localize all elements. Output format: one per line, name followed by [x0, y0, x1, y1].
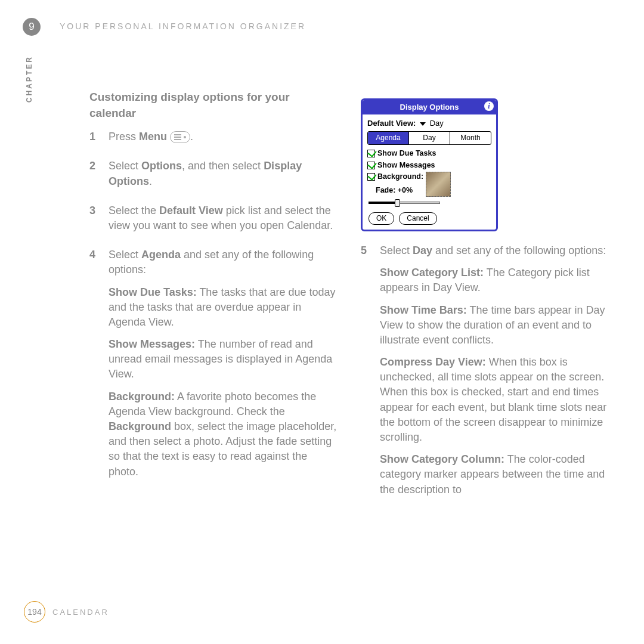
background-row: Background: Fade: +0% — [367, 172, 491, 198]
ok-button[interactable]: OK — [369, 212, 394, 225]
text: . — [190, 131, 193, 143]
cancel-button[interactable]: Cancel — [399, 212, 436, 225]
step-4: 4 Select Agenda and set any of the follo… — [89, 247, 337, 487]
default-view-label: Default View: — [367, 119, 416, 128]
show-category-list-title: Show Category List: — [380, 267, 484, 278]
checkbox-background[interactable]: Background: — [367, 172, 423, 182]
running-header: YOUR PERSONAL INFORMATION ORGANIZER — [60, 21, 306, 31]
checkbox-icon[interactable] — [367, 162, 375, 169]
content-area: Customizing display options for your cal… — [89, 89, 608, 512]
display-options-dialog: Display Options i Default View: Day Agen… — [361, 98, 498, 231]
menu-label: Menu — [139, 131, 167, 143]
info-icon[interactable]: i — [484, 101, 494, 111]
dialog-titlebar: Display Options i — [363, 100, 496, 114]
show-due-tasks-title: Show Due Tasks: — [109, 286, 197, 298]
text: and set any of the following options: — [432, 244, 606, 256]
text: Select — [109, 160, 141, 172]
step-number: 1 — [89, 129, 109, 151]
steps-list-left: 1 Press Menu . 2 Select Options, and the… — [89, 129, 337, 487]
compress-day-view-title: Compress Day View: — [380, 356, 486, 368]
section-heading: Customizing display options for your cal… — [89, 89, 337, 121]
day-options: Show Category List: The Category pick li… — [380, 265, 608, 497]
background-thumbnail[interactable] — [426, 172, 451, 197]
right-column: Display Options i Default View: Day Agen… — [361, 89, 608, 512]
default-view-row: Default View: Day — [367, 118, 491, 129]
dialog-body: Default View: Day Agenda Day Month Show … — [363, 114, 496, 230]
default-view-value[interactable]: Day — [430, 119, 444, 128]
text: Select the — [109, 205, 159, 216]
steps-list-right: 5 Select Day and set any of the followin… — [361, 243, 608, 504]
view-tabs: Agenda Day Month — [367, 131, 491, 145]
chapter-label: CHAPTER — [25, 55, 33, 103]
fade-label: Fade: +0% — [376, 185, 423, 196]
checkbox-label: Show Messages — [377, 160, 435, 171]
checkbox-show-messages[interactable]: Show Messages — [367, 160, 491, 171]
step-number: 4 — [89, 247, 109, 487]
default-view-label: Default View — [159, 205, 223, 216]
page-number-circle: 194 — [24, 601, 45, 623]
dialog-title: Display Options — [400, 102, 459, 113]
text: Select — [109, 249, 141, 261]
chapter-number-badge: 9 — [23, 18, 41, 36]
tab-day[interactable]: Day — [409, 132, 450, 144]
tab-month[interactable]: Month — [450, 132, 491, 144]
checkbox-icon[interactable] — [367, 150, 375, 157]
checkbox-show-due-tasks[interactable]: Show Due Tasks — [367, 148, 491, 159]
step-number: 3 — [89, 203, 109, 240]
step-number: 2 — [89, 159, 109, 196]
day-label: Day — [413, 244, 432, 256]
step-number: 5 — [361, 243, 380, 504]
text: Select — [380, 244, 413, 256]
tab-agenda[interactable]: Agenda — [368, 132, 409, 144]
options-label: Options — [141, 160, 182, 172]
step-3: 3 Select the Default View pick list and … — [89, 203, 337, 240]
agenda-options: Show Due Tasks: The tasks that are due t… — [109, 285, 337, 479]
text: , and then select — [182, 160, 264, 172]
footer-label: CALENDAR — [52, 608, 109, 617]
checkbox-label: Show Due Tasks — [377, 148, 436, 159]
step-2: 2 Select Options, and then select Displa… — [89, 159, 337, 196]
chapter-number: 9 — [29, 21, 34, 33]
background-bold: Background — [109, 420, 171, 432]
menu-key-icon — [170, 131, 190, 143]
dialog-buttons: OK Cancel — [369, 212, 491, 225]
text: Press — [109, 131, 139, 143]
agenda-label: Agenda — [141, 249, 181, 261]
slider-thumb[interactable] — [395, 199, 400, 207]
page-number: 194 — [27, 607, 41, 617]
show-category-column-title: Show Category Column: — [380, 453, 504, 465]
compress-day-view-desc: When this box is unchecked, all time slo… — [380, 356, 606, 443]
show-time-bars-title: Show Time Bars: — [380, 304, 467, 316]
fade-slider[interactable] — [369, 198, 440, 208]
left-column: Customizing display options for your cal… — [89, 89, 337, 512]
checkbox-icon[interactable] — [367, 173, 375, 181]
show-messages-title: Show Messages: — [109, 338, 195, 350]
step-5: 5 Select Day and set any of the followin… — [361, 243, 608, 504]
background-title: Background: — [109, 391, 175, 402]
page-footer: 194 CALENDAR — [24, 601, 109, 623]
checkbox-label: Background: — [377, 172, 423, 182]
step-1: 1 Press Menu . — [89, 129, 337, 151]
slider-fill — [369, 202, 397, 204]
text: . — [149, 175, 152, 187]
dropdown-arrow-icon[interactable] — [420, 122, 426, 126]
